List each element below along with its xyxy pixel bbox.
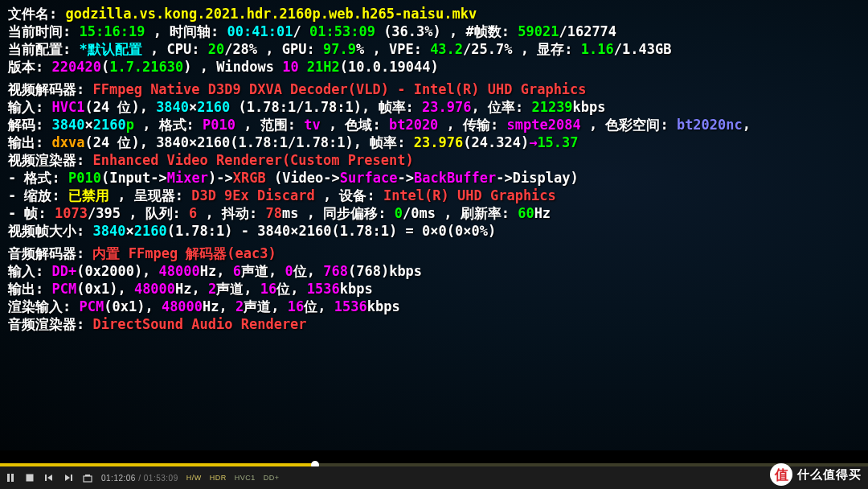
label-config: 当前配置: [8,41,79,57]
badge-hdr[interactable]: HDR [210,474,227,482]
value-out-fps-actual: 15.37 [537,134,578,150]
value-input-fps: 23.976 [422,99,471,115]
stop-button[interactable] [24,472,35,483]
value-audio-in-ch: 6 [233,263,241,279]
osd-overlay: 文件名: godzilla.vs.kong.2021.hdr.2160p.web… [0,0,868,333]
prev-button[interactable] [43,472,55,483]
label-video-input: 输入: [8,99,51,115]
value-refresh-rate: 60 [518,205,534,221]
value-filename: godzilla.vs.kong.2021.hdr.2160p.web.h265… [65,6,477,22]
value-out-fps: 23.976 [414,134,463,150]
pause-button[interactable] [5,472,16,483]
next-button[interactable] [63,472,74,483]
value-transfer: smpte2084 [507,117,581,133]
label-current-time: 当前时间: [8,23,79,39]
value-video-decoder: FFmpeg Native D3D9 DXVA Decoder(VLD) - I… [92,81,586,97]
value-version-num: 1.7.21630 [109,59,183,75]
value-frame-total: 162774 [567,23,616,39]
value-queue: 6 [189,205,197,221]
label-audio-output: 输出: [8,281,51,297]
watermark-text: 什么值得买 [797,467,862,483]
value-audio-decoder: 内置 FFmpeg 解码器(eac3) [92,245,276,261]
label-frame-size: 视频帧大小: [8,223,92,239]
value-input-w: 3840 [156,99,189,115]
value-current-time: 15:16:19 [79,23,145,39]
value-range: tv [304,117,320,133]
label-filename: 文件名: [8,6,65,22]
badge-audio-codec[interactable]: DD+ [264,474,280,482]
value-os-release: 21H2 [307,59,340,75]
label-video-renderer: 视频渲染器: [8,152,92,168]
pos-time: 01:12:06 [101,474,136,483]
value-scaling: 已禁用 [68,187,109,203]
value-vpe-b: 25.7 [471,41,504,57]
value-cpu-b: 28 [232,41,248,57]
badge-hw[interactable]: H/W [186,474,202,482]
label-timeline: 时间轴: [170,23,227,39]
svg-rect-5 [84,476,92,482]
control-panel-button[interactable] [82,472,93,483]
value-version-date: 220420 [51,59,100,75]
label-frames: #帧数: [466,23,518,39]
svg-rect-4 [71,475,72,481]
value-os-build: 10.0.19044 [348,59,430,75]
watermark: 值 什么值得买 [770,463,862,486]
value-pixel-format: P010 [203,117,235,133]
value-progress-pct: (36.3%) [383,23,441,39]
value-frames-a: 1073 [55,205,88,221]
dur-time: 01:53:09 [144,474,178,483]
value-cpu-a: 20 [208,41,224,57]
label-video-decoder: 视频解码器: [8,81,92,97]
label-decode: 解码: [8,117,51,133]
svg-rect-0 [7,474,10,482]
value-config-name: *默认配置 [79,41,141,57]
value-gamut: bt2020 [389,117,438,133]
value-vram-b: 1.43 [622,41,655,57]
label-audio-renderer: 音频渲染器: [8,316,92,332]
value-presenter: D3D 9Ex Discard [191,187,315,203]
svg-rect-1 [11,474,14,482]
value-vpe-a: 43.2 [430,41,463,57]
label-video-output: 输出: [8,134,51,150]
value-input-bitrate: 21239 [531,99,572,115]
svg-rect-2 [27,475,34,482]
value-gpu: 97.9 [323,41,356,57]
value-jitter: 78 [266,205,282,221]
value-duration: 01:53:09 [309,23,375,39]
value-device: Intel(R) UHD Graphics [383,187,556,203]
value-video-renderer: Enhanced Video Renderer(Custom Present) [92,152,413,168]
value-audio-in-br: 768 [323,263,348,279]
svg-rect-6 [85,475,90,476]
value-output-mode: dxva [51,134,84,150]
label-audio-render-input: 渲染输入: [8,298,79,314]
value-audio-input-codec: DD+ [51,263,76,279]
value-framesize-diff: 0×0(0×0%) [422,223,496,239]
label-audio-decoder: 音频解码器: [8,245,92,261]
label-version: 版本: [8,59,51,75]
badge-codec[interactable]: HVC1 [235,474,256,482]
value-playback-pos: 00:41:01 [227,23,293,39]
label-audio-input: 输入: [8,263,51,279]
value-input-h: 2160 [197,99,230,115]
watermark-icon: 值 [770,463,792,486]
value-vram-a: 1.16 [581,41,614,57]
playback-controls: 01:12:06 / 01:53:09 H/W HDR HVC1 DD+ [0,466,868,489]
svg-rect-3 [45,475,47,481]
value-frame-cur: 59021 [518,23,559,39]
value-audio-in-sr: 48000 [159,263,200,279]
value-input-codec: HVC1 [51,99,84,115]
value-colorspace: bt2020nc [677,117,743,133]
value-audio-renderer: DirectSound Audio Renderer [92,316,306,332]
value-audio-out-codec: PCM [51,281,76,297]
